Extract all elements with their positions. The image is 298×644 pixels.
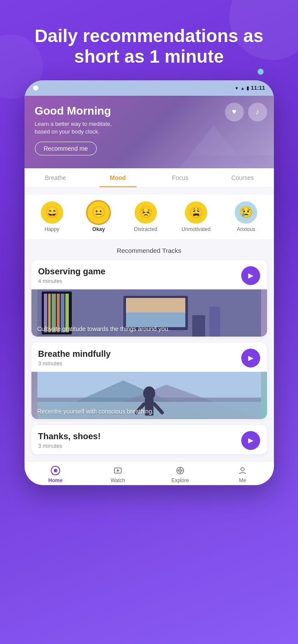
nav-watch[interactable]: Watch xyxy=(87,465,149,483)
hero-title: Daily recommendations as short as 1 minu… xyxy=(17,26,281,67)
nav-watch-label: Watch xyxy=(111,477,125,483)
phone-mockup: 11:11 ♥ ♪ Good Morning Learn a better wa… xyxy=(0,80,298,485)
track-card-1: Observing game 4 minutes ▶ xyxy=(31,260,267,337)
mood-unmotivated[interactable]: 😩 Unmotivated xyxy=(181,201,210,232)
track-title-2: Breathe mindfully xyxy=(38,349,111,359)
mood-label-distracted: Distracted xyxy=(134,226,157,232)
track-title-3: Thanks, shoes! xyxy=(38,431,101,441)
app-header: ♥ ♪ Good Morning Learn a better way to m… xyxy=(25,96,274,168)
heart-button[interactable]: ♥ xyxy=(225,103,244,122)
track-header-2: Breathe mindfully 3 minutes ▶ xyxy=(31,343,267,372)
tab-courses[interactable]: Courses xyxy=(212,168,274,187)
svg-point-34 xyxy=(241,468,244,471)
track-header-1: Observing game 4 minutes ▶ xyxy=(31,260,267,289)
svg-rect-14 xyxy=(126,313,185,327)
play-button-1[interactable]: ▶ xyxy=(241,266,260,285)
recommended-title: Recommended Tracks xyxy=(31,247,267,254)
tab-bar: Breathe Mood Focus Courses xyxy=(25,168,274,188)
mood-emoji-happy: 😄 xyxy=(41,201,63,224)
hero-section: Daily recommendations as short as 1 minu… xyxy=(0,0,298,80)
header-actions: ♥ ♪ xyxy=(225,103,267,122)
track-caption-2: Recentre yourself with conscious breathi… xyxy=(37,408,261,415)
svg-point-27 xyxy=(54,469,57,472)
track-info-2: Breathe mindfully 3 minutes xyxy=(38,349,111,367)
svg-point-22 xyxy=(143,386,155,400)
home-icon xyxy=(50,465,61,476)
track-caption-1: Cultivate gratitude towards the things a… xyxy=(37,325,261,332)
nav-explore-label: Explore xyxy=(172,477,189,483)
wifi-icon xyxy=(234,85,239,91)
bottom-nav: Home Watch xyxy=(25,461,274,485)
status-dot xyxy=(33,85,38,91)
nav-me[interactable]: Me xyxy=(212,465,274,483)
track-thumbnail-2: Recentre yourself with conscious breathi… xyxy=(31,372,267,419)
app-content: 😄 Happy 😐 Okay 😣 Distracted 😩 Unmotivate… xyxy=(25,188,274,461)
nav-explore[interactable]: Explore xyxy=(149,465,212,483)
mood-emoji-anxious: 😢 xyxy=(235,201,257,224)
nav-home-label: Home xyxy=(48,477,62,483)
mood-anxious[interactable]: 😢 Anxious xyxy=(235,201,257,232)
mood-emoji-unmotivated: 😩 xyxy=(185,201,207,224)
mood-emoji-distracted: 😣 xyxy=(135,201,157,224)
play-button-3[interactable]: ▶ xyxy=(241,431,260,450)
clock: 11:11 xyxy=(251,85,265,91)
track-duration-2: 3 minutes xyxy=(38,360,111,367)
recommended-section: Recommended Tracks Observing game 4 minu… xyxy=(25,243,274,454)
play-button-2[interactable]: ▶ xyxy=(241,349,260,368)
track-title-1: Observing game xyxy=(38,267,106,276)
svg-marker-29 xyxy=(117,469,120,472)
mood-selector: 😄 Happy 😐 Okay 😣 Distracted 😩 Unmotivate… xyxy=(25,194,274,239)
mood-label-happy: Happy xyxy=(44,226,59,232)
track-info-3: Thanks, shoes! 3 minutes xyxy=(38,431,101,449)
nav-home[interactable]: Home xyxy=(25,465,87,483)
track-duration-1: 4 minutes xyxy=(38,278,106,284)
track-card-3: Thanks, shoes! 3 minutes ▶ xyxy=(31,425,267,454)
track-duration-3: 3 minutes xyxy=(38,443,101,449)
track-header-3: Thanks, shoes! 3 minutes ▶ xyxy=(31,425,267,454)
me-icon xyxy=(237,465,248,476)
mood-happy[interactable]: 😄 Happy xyxy=(41,201,63,232)
svg-rect-2 xyxy=(179,155,274,168)
status-icons: 11:11 xyxy=(234,85,265,91)
mood-distracted[interactable]: 😣 Distracted xyxy=(134,201,157,232)
signal-icon xyxy=(240,85,245,91)
battery-icon xyxy=(246,85,249,91)
mood-emoji-okay: 😐 xyxy=(87,201,110,224)
recommend-button[interactable]: Recommend me xyxy=(35,142,97,155)
track-info-1: Observing game 4 minutes xyxy=(38,267,106,284)
svg-rect-13 xyxy=(126,298,185,313)
tab-breathe[interactable]: Breathe xyxy=(25,168,87,187)
watch-icon xyxy=(112,465,123,476)
tab-mood[interactable]: Mood xyxy=(87,168,149,187)
mood-label-anxious: Anxious xyxy=(237,226,255,232)
explore-icon xyxy=(175,465,186,476)
mood-label-okay: Okay xyxy=(92,226,105,232)
status-bar: 11:11 xyxy=(25,80,274,96)
mood-okay[interactable]: 😐 Okay xyxy=(87,201,110,232)
tab-focus[interactable]: Focus xyxy=(149,168,212,187)
phone-screen: 11:11 ♥ ♪ Good Morning Learn a better wa… xyxy=(25,80,274,485)
track-thumbnail-1: Cultivate gratitude towards the things a… xyxy=(31,289,267,337)
music-button[interactable]: ♪ xyxy=(248,103,267,122)
nav-me-label: Me xyxy=(239,477,246,483)
track-card-2: Breathe mindfully 3 minutes ▶ xyxy=(31,343,267,419)
mood-label-unmotivated: Unmotivated xyxy=(181,226,210,232)
